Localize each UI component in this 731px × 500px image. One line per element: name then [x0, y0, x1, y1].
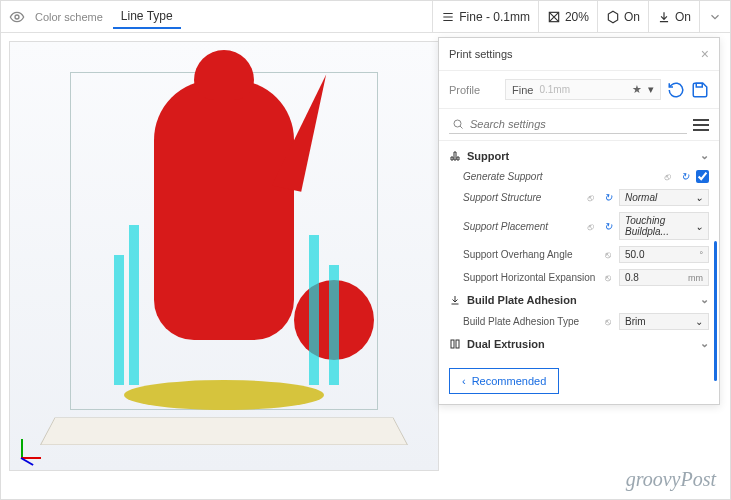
support-placement-dropdown[interactable]: Touching Buildpla...⌄ — [619, 212, 709, 240]
link-icon[interactable]: ⎋ — [601, 248, 615, 262]
quality-preset-button[interactable]: Fine - 0.1mm — [432, 1, 538, 33]
color-scheme-label: Color scheme — [35, 11, 103, 23]
link-icon[interactable]: ⎋ — [660, 169, 674, 183]
panel-title: Print settings — [449, 48, 513, 60]
toolbar-chevron-button[interactable] — [699, 1, 730, 33]
setting-label: Generate Support — [463, 171, 656, 182]
svg-rect-5 — [456, 340, 459, 348]
chevron-left-icon: ‹ — [462, 375, 466, 387]
build-plate — [40, 417, 408, 445]
close-icon[interactable]: × — [701, 46, 709, 62]
profile-save-button[interactable] — [691, 81, 709, 99]
profile-reset-button[interactable] — [667, 81, 685, 99]
svg-rect-2 — [696, 83, 702, 87]
watermark: groovyPost — [626, 468, 716, 491]
svg-rect-4 — [451, 340, 454, 348]
chevron-down-icon: ⌄ — [700, 293, 709, 306]
star-icon: ★ — [632, 83, 642, 96]
section-title: Support — [467, 150, 509, 162]
profile-label: Profile — [449, 84, 499, 96]
reset-icon[interactable]: ↻ — [601, 219, 615, 233]
reset-icon[interactable]: ↻ — [678, 169, 692, 183]
overhang-angle-input[interactable]: 50.0° — [619, 246, 709, 263]
preview-viewport[interactable] — [9, 41, 439, 471]
axis-indicator — [16, 434, 46, 464]
support-structure-dropdown[interactable]: Normal⌄ — [619, 189, 709, 206]
setting-label: Support Horizontal Expansion — [463, 272, 597, 283]
search-input[interactable] — [470, 118, 684, 130]
svg-point-0 — [15, 15, 19, 19]
infill-label: 20% — [565, 10, 589, 24]
color-scheme-dropdown[interactable]: Line Type — [113, 5, 181, 29]
link-icon[interactable]: ⎋ — [583, 191, 597, 205]
adhesion-icon — [449, 294, 461, 306]
profile-dropdown[interactable]: Fine 0.1mm ★ ▾ — [505, 79, 661, 100]
model-preview — [134, 80, 314, 400]
search-input-wrap — [449, 115, 687, 134]
view-toggle-icon[interactable] — [9, 9, 25, 25]
adhesion-label: On — [675, 10, 691, 24]
section-title: Build Plate Adhesion — [467, 294, 577, 306]
section-dual-extrusion[interactable]: Dual Extrusion ⌄ — [449, 333, 709, 354]
setting-label: Support Structure — [463, 192, 579, 203]
profile-value: Fine — [512, 84, 533, 96]
settings-visibility-button[interactable] — [693, 119, 709, 131]
section-support[interactable]: Support ⌄ — [449, 145, 709, 166]
dual-extrusion-icon — [449, 338, 461, 350]
profile-hint: 0.1mm — [539, 84, 570, 95]
support-icon — [449, 150, 461, 162]
support-button[interactable]: On — [597, 1, 648, 33]
link-icon[interactable]: ⎋ — [583, 219, 597, 233]
infill-icon — [547, 10, 561, 24]
adhesion-type-dropdown[interactable]: Brim⌄ — [619, 313, 709, 330]
reset-icon[interactable]: ↻ — [601, 191, 615, 205]
chevron-down-icon: ▾ — [648, 83, 654, 96]
chevron-down-icon: ⌄ — [700, 337, 709, 350]
chevron-down-icon — [708, 10, 722, 24]
scrollbar-thumb[interactable] — [714, 241, 717, 381]
recommended-button[interactable]: ‹ Recommended — [449, 368, 559, 394]
horizontal-expansion-input[interactable]: 0.8mm — [619, 269, 709, 286]
adhesion-icon — [657, 10, 671, 24]
quality-label: Fine - 0.1mm — [459, 10, 530, 24]
setting-label: Support Placement — [463, 221, 579, 232]
support-icon — [606, 10, 620, 24]
search-icon — [452, 118, 464, 130]
top-toolbar: Color scheme Line Type Fine - 0.1mm 20% … — [1, 1, 730, 33]
chevron-down-icon: ⌄ — [700, 149, 709, 162]
svg-point-3 — [454, 120, 461, 127]
adhesion-button[interactable]: On — [648, 1, 699, 33]
setting-label: Support Overhang Angle — [463, 249, 597, 260]
infill-button[interactable]: 20% — [538, 1, 597, 33]
setting-label: Build Plate Adhesion Type — [463, 316, 597, 327]
link-icon[interactable]: ⎋ — [601, 315, 615, 329]
generate-support-checkbox[interactable] — [696, 170, 709, 183]
section-adhesion[interactable]: Build Plate Adhesion ⌄ — [449, 289, 709, 310]
section-title: Dual Extrusion — [467, 338, 545, 350]
layers-icon — [441, 10, 455, 24]
link-icon[interactable]: ⎋ — [601, 271, 615, 285]
recommended-label: Recommended — [472, 375, 547, 387]
support-label: On — [624, 10, 640, 24]
print-settings-panel: Print settings × Profile Fine 0.1mm ★ ▾ … — [438, 37, 720, 405]
